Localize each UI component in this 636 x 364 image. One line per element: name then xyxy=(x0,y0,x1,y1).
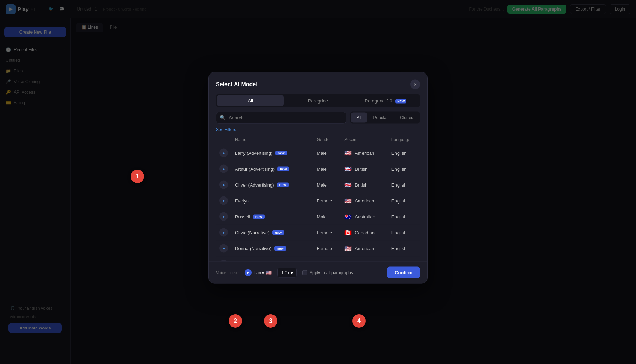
gender-cell: Female xyxy=(313,193,341,209)
table-row[interactable]: ▶ Oliver (Advertising) new Male 🇬🇧 Briti… xyxy=(216,177,420,193)
language-cell: English xyxy=(388,177,420,193)
filter-tab-cloned[interactable]: Cloned xyxy=(394,113,419,123)
table-row[interactable]: ▶ Larry (Advertising) new Male 🇺🇸 Americ… xyxy=(216,145,420,161)
annotation-2: 2 xyxy=(229,314,242,328)
voice-name-text: Donna (Narrative) xyxy=(235,246,271,251)
search-area: 🔍 All Popular Cloned xyxy=(209,107,427,124)
apply-all-checkbox[interactable] xyxy=(302,270,307,275)
play-voice-btn[interactable]: ▶ xyxy=(219,196,228,205)
apply-all-label: Apply to all paragraphs xyxy=(310,270,353,275)
selected-voice-name: Larry xyxy=(254,270,264,275)
apply-all-checkbox-wrap[interactable]: Apply to all paragraphs xyxy=(302,270,353,275)
flag-icon: 🇺🇸 xyxy=(344,149,352,156)
language-cell: English xyxy=(388,145,420,161)
new-tag: new xyxy=(272,230,284,235)
close-modal-btn[interactable]: × xyxy=(410,80,420,89)
annotation-1: 1 xyxy=(131,170,144,183)
confirm-btn[interactable]: Confirm xyxy=(387,267,420,278)
col-language: Language xyxy=(388,134,420,145)
play-voice-btn[interactable]: ▶ xyxy=(219,181,228,189)
see-filters-link[interactable]: See Filters xyxy=(209,124,427,134)
new-tag: new xyxy=(275,151,287,155)
voice-name-cell: Olivia (Narrative) new xyxy=(235,230,310,235)
new-badge: NEW xyxy=(395,99,406,103)
speed-value: 1.0x xyxy=(281,270,289,275)
voice-table-wrap: Name Gender Accent Language ▶ Larry (Adv… xyxy=(209,134,427,262)
selected-voice-display: ▶ Larry 🇺🇸 xyxy=(245,269,272,276)
select-ai-model-modal: Select AI Model × All Peregrine Peregrin… xyxy=(208,72,428,284)
accent-text: British xyxy=(355,182,367,187)
voice-name-text: Olivia (Narrative) xyxy=(235,230,270,235)
voice-in-use-label: Voice in use xyxy=(216,270,239,275)
voice-name-cell: Russell new xyxy=(235,214,310,219)
filter-tabs: All Popular Cloned xyxy=(350,112,420,124)
accent-cell: 🇬🇧 British xyxy=(341,161,388,177)
search-input[interactable] xyxy=(216,112,346,123)
accent-cell: 🇦🇺 Australian xyxy=(341,209,388,224)
col-play xyxy=(216,134,231,145)
play-voice-btn[interactable]: ▶ xyxy=(219,212,228,221)
flag-icon: 🇨🇦 xyxy=(344,261,352,262)
accent-cell: 🇨🇦 Canadian xyxy=(341,224,388,240)
voice-name-cell: Arthur (Advertising) new xyxy=(235,166,310,171)
accent-text: American xyxy=(355,150,374,155)
voice-name-cell: Oliver (Advertising) new xyxy=(235,182,310,187)
accent-cell: 🇨🇦 Canadian xyxy=(341,256,388,262)
language-cell: English xyxy=(388,209,420,224)
filter-tab-all[interactable]: All xyxy=(351,113,367,123)
table-row[interactable]: ▶ Charlotte (Meditation) new Female 🇨🇦 C… xyxy=(216,256,420,262)
col-name: Name xyxy=(231,134,313,145)
voice-name-cell: Evelyn xyxy=(235,198,310,203)
accent-cell: 🇺🇸 American xyxy=(341,240,388,256)
table-row[interactable]: ▶ Evelyn Female 🇺🇸 American English xyxy=(216,193,420,209)
model-tab-peregrine2[interactable]: Peregrine 2.0 NEW xyxy=(352,95,419,106)
voice-name-text: Oliver (Advertising) xyxy=(235,182,274,187)
model-tab-all[interactable]: All xyxy=(217,95,284,106)
flag-icon: 🇺🇸 xyxy=(344,245,352,252)
modal-title: Select AI Model xyxy=(216,81,258,88)
table-row[interactable]: ▶ Donna (Narrative) new Female 🇺🇸 Americ… xyxy=(216,240,420,256)
table-row[interactable]: ▶ Olivia (Narrative) new Female 🇨🇦 Canad… xyxy=(216,224,420,240)
play-voice-btn[interactable]: ▶ xyxy=(219,149,228,157)
chevron-down-icon: ▾ xyxy=(291,270,293,275)
flag-icon: 🇦🇺 xyxy=(344,213,352,220)
new-tag: new xyxy=(274,246,286,251)
filter-tab-popular[interactable]: Popular xyxy=(368,113,394,123)
play-voice-btn[interactable]: ▶ xyxy=(219,244,228,253)
language-cell: English xyxy=(388,256,420,262)
annotation-3: 3 xyxy=(264,314,277,328)
gender-cell: Female xyxy=(313,256,341,262)
gender-cell: Male xyxy=(313,209,341,224)
voice-name-text: Larry (Advertising) xyxy=(235,150,272,155)
col-gender: Gender xyxy=(313,134,341,145)
selected-voice-play-btn[interactable]: ▶ xyxy=(245,269,252,276)
accent-text: Australian xyxy=(355,214,375,219)
accent-cell: 🇺🇸 American xyxy=(341,193,388,209)
play-voice-btn[interactable]: ▶ xyxy=(219,165,228,173)
flag-icon: 🇬🇧 xyxy=(344,165,352,172)
gender-cell: Female xyxy=(313,240,341,256)
flag-icon: 🇺🇸 xyxy=(344,197,352,204)
gender-cell: Male xyxy=(313,145,341,161)
col-accent: Accent xyxy=(341,134,388,145)
voice-name-cell: Larry (Advertising) new xyxy=(235,150,310,155)
model-tab-peregrine[interactable]: Peregrine xyxy=(284,95,351,106)
speed-selector[interactable]: 1.0x ▾ xyxy=(277,268,297,277)
new-tag: new xyxy=(277,166,289,171)
language-cell: English xyxy=(388,224,420,240)
accent-text: British xyxy=(355,166,367,171)
language-cell: English xyxy=(388,240,420,256)
modal-header: Select AI Model × xyxy=(209,72,427,89)
voice-name-text: Evelyn xyxy=(235,198,249,203)
flag-icon: 🇬🇧 xyxy=(344,181,352,188)
play-voice-btn[interactable]: ▶ xyxy=(219,228,228,237)
table-row[interactable]: ▶ Russell new Male 🇦🇺 Australian English xyxy=(216,209,420,224)
table-row[interactable]: ▶ Arthur (Advertising) new Male 🇬🇧 Briti… xyxy=(216,161,420,177)
modal-footer: Voice in use ▶ Larry 🇺🇸 1.0x ▾ Apply to … xyxy=(209,262,427,283)
gender-cell: Male xyxy=(313,177,341,193)
gender-cell: Male xyxy=(313,161,341,177)
search-input-wrap: 🔍 xyxy=(216,112,346,123)
search-icon: 🔍 xyxy=(220,115,225,120)
selected-voice-flag: 🇺🇸 xyxy=(266,270,272,275)
voice-table: Name Gender Accent Language ▶ Larry (Adv… xyxy=(216,134,420,262)
